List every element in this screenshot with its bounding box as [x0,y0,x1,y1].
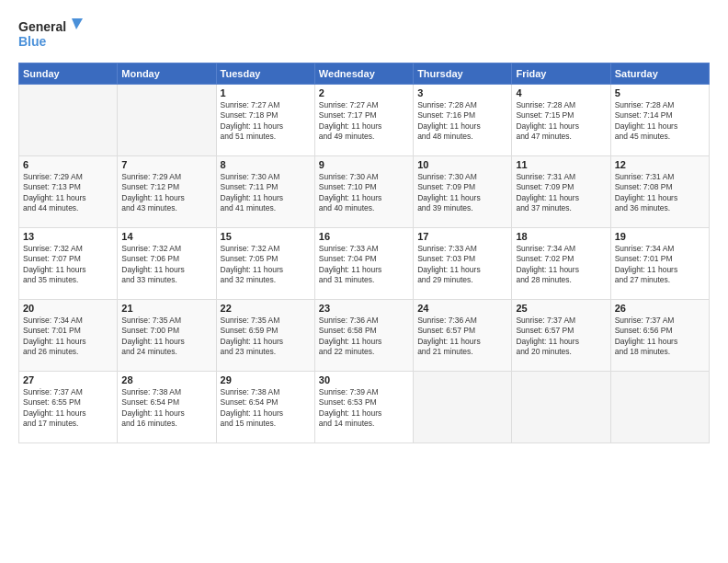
day-content: Sunrise: 7:36 AM Sunset: 6:58 PM Dayligh… [319,316,409,358]
day-number: 5 [615,87,705,98]
weekday-header: Sunday [19,63,118,85]
calendar-cell [512,372,610,443]
calendar-cell: 5Sunrise: 7:28 AM Sunset: 7:14 PM Daylig… [610,85,709,156]
day-number: 6 [23,159,113,170]
day-number: 7 [121,159,211,170]
calendar-week-row: 27Sunrise: 7:37 AM Sunset: 6:55 PM Dayli… [19,372,710,443]
calendar-cell: 25Sunrise: 7:37 AM Sunset: 6:57 PM Dayli… [512,300,610,372]
day-content: Sunrise: 7:34 AM Sunset: 7:01 PM Dayligh… [615,244,705,286]
svg-marker-2 [72,18,83,29]
calendar-cell: 30Sunrise: 7:39 AM Sunset: 6:53 PM Dayli… [314,372,413,443]
day-content: Sunrise: 7:33 AM Sunset: 7:03 PM Dayligh… [417,244,507,286]
day-number: 1 [221,87,311,98]
day-number: 8 [221,159,311,170]
calendar-cell: 10Sunrise: 7:30 AM Sunset: 7:09 PM Dayli… [414,156,512,228]
page-header: GeneralBlue [18,17,710,53]
day-number: 30 [319,374,409,385]
day-number: 27 [23,374,113,385]
day-content: Sunrise: 7:29 AM Sunset: 7:13 PM Dayligh… [23,172,113,214]
calendar-cell: 4Sunrise: 7:28 AM Sunset: 7:15 PM Daylig… [512,85,610,156]
day-content: Sunrise: 7:30 AM Sunset: 7:11 PM Dayligh… [221,172,311,214]
calendar-cell: 16Sunrise: 7:33 AM Sunset: 7:04 PM Dayli… [314,228,413,300]
weekday-header: Monday [118,63,216,85]
day-content: Sunrise: 7:35 AM Sunset: 7:00 PM Dayligh… [121,316,211,358]
calendar-cell: 3Sunrise: 7:28 AM Sunset: 7:16 PM Daylig… [414,85,512,156]
svg-text:Blue: Blue [18,34,47,49]
calendar-cell: 6Sunrise: 7:29 AM Sunset: 7:13 PM Daylig… [19,156,118,228]
weekday-header: Tuesday [216,63,314,85]
day-content: Sunrise: 7:37 AM Sunset: 6:55 PM Dayligh… [23,387,113,430]
day-number: 16 [319,231,409,242]
day-content: Sunrise: 7:37 AM Sunset: 6:56 PM Dayligh… [615,316,705,358]
calendar-cell: 12Sunrise: 7:31 AM Sunset: 7:08 PM Dayli… [610,156,709,228]
weekday-header: Saturday [610,63,709,85]
day-content: Sunrise: 7:31 AM Sunset: 7:09 PM Dayligh… [516,172,606,214]
day-content: Sunrise: 7:39 AM Sunset: 6:53 PM Dayligh… [319,387,409,430]
day-number: 26 [615,303,705,314]
day-content: Sunrise: 7:34 AM Sunset: 7:01 PM Dayligh… [23,316,113,358]
calendar-table: SundayMondayTuesdayWednesdayThursdayFrid… [18,63,710,443]
day-content: Sunrise: 7:32 AM Sunset: 7:05 PM Dayligh… [221,244,311,286]
logo-svg: GeneralBlue [18,17,92,53]
day-content: Sunrise: 7:32 AM Sunset: 7:07 PM Dayligh… [23,244,113,286]
day-content: Sunrise: 7:35 AM Sunset: 6:59 PM Dayligh… [221,316,311,358]
day-number: 21 [121,303,211,314]
day-content: Sunrise: 7:28 AM Sunset: 7:15 PM Dayligh… [516,100,606,143]
calendar-cell: 14Sunrise: 7:32 AM Sunset: 7:06 PM Dayli… [118,228,216,300]
calendar-week-row: 1Sunrise: 7:27 AM Sunset: 7:18 PM Daylig… [19,85,710,156]
day-number: 20 [23,303,113,314]
day-content: Sunrise: 7:37 AM Sunset: 6:57 PM Dayligh… [516,316,606,358]
calendar-cell: 7Sunrise: 7:29 AM Sunset: 7:12 PM Daylig… [118,156,216,228]
day-number: 9 [319,159,409,170]
calendar-cell [118,85,216,156]
calendar-cell: 19Sunrise: 7:34 AM Sunset: 7:01 PM Dayli… [610,228,709,300]
weekday-header: Thursday [414,63,512,85]
day-number: 19 [615,231,705,242]
calendar-week-row: 13Sunrise: 7:32 AM Sunset: 7:07 PM Dayli… [19,228,710,300]
day-content: Sunrise: 7:30 AM Sunset: 7:09 PM Dayligh… [417,172,507,214]
day-number: 24 [417,303,507,314]
calendar-cell [610,372,709,443]
calendar-cell: 15Sunrise: 7:32 AM Sunset: 7:05 PM Dayli… [216,228,314,300]
day-number: 15 [221,231,311,242]
day-number: 4 [516,87,606,98]
calendar-cell: 23Sunrise: 7:36 AM Sunset: 6:58 PM Dayli… [314,300,413,372]
day-content: Sunrise: 7:28 AM Sunset: 7:16 PM Dayligh… [417,100,507,143]
day-number: 23 [319,303,409,314]
calendar-cell [414,372,512,443]
day-content: Sunrise: 7:27 AM Sunset: 7:18 PM Dayligh… [221,100,311,143]
day-content: Sunrise: 7:38 AM Sunset: 6:54 PM Dayligh… [121,387,211,430]
day-number: 18 [516,231,606,242]
calendar-cell: 2Sunrise: 7:27 AM Sunset: 7:17 PM Daylig… [314,85,413,156]
day-content: Sunrise: 7:30 AM Sunset: 7:10 PM Dayligh… [319,172,409,214]
day-number: 17 [417,231,507,242]
svg-text:General: General [18,19,66,34]
calendar-cell: 29Sunrise: 7:38 AM Sunset: 6:54 PM Dayli… [216,372,314,443]
calendar-cell: 17Sunrise: 7:33 AM Sunset: 7:03 PM Dayli… [414,228,512,300]
day-number: 29 [221,374,311,385]
calendar-cell: 18Sunrise: 7:34 AM Sunset: 7:02 PM Dayli… [512,228,610,300]
calendar-cell: 9Sunrise: 7:30 AM Sunset: 7:10 PM Daylig… [314,156,413,228]
calendar-cell: 28Sunrise: 7:38 AM Sunset: 6:54 PM Dayli… [118,372,216,443]
day-number: 2 [319,87,409,98]
calendar-cell: 24Sunrise: 7:36 AM Sunset: 6:57 PM Dayli… [414,300,512,372]
calendar-cell: 21Sunrise: 7:35 AM Sunset: 7:00 PM Dayli… [118,300,216,372]
calendar-cell: 8Sunrise: 7:30 AM Sunset: 7:11 PM Daylig… [216,156,314,228]
calendar-week-row: 20Sunrise: 7:34 AM Sunset: 7:01 PM Dayli… [19,300,710,372]
day-content: Sunrise: 7:31 AM Sunset: 7:08 PM Dayligh… [615,172,705,214]
calendar-header-row: SundayMondayTuesdayWednesdayThursdayFrid… [19,63,710,85]
day-content: Sunrise: 7:28 AM Sunset: 7:14 PM Dayligh… [615,100,705,143]
calendar-cell: 20Sunrise: 7:34 AM Sunset: 7:01 PM Dayli… [19,300,118,372]
calendar-cell: 1Sunrise: 7:27 AM Sunset: 7:18 PM Daylig… [216,85,314,156]
calendar-cell: 22Sunrise: 7:35 AM Sunset: 6:59 PM Dayli… [216,300,314,372]
day-content: Sunrise: 7:27 AM Sunset: 7:17 PM Dayligh… [319,100,409,143]
day-content: Sunrise: 7:34 AM Sunset: 7:02 PM Dayligh… [516,244,606,286]
calendar-cell: 13Sunrise: 7:32 AM Sunset: 7:07 PM Dayli… [19,228,118,300]
day-number: 12 [615,159,705,170]
weekday-header: Wednesday [314,63,413,85]
calendar-cell: 11Sunrise: 7:31 AM Sunset: 7:09 PM Dayli… [512,156,610,228]
day-content: Sunrise: 7:38 AM Sunset: 6:54 PM Dayligh… [221,387,311,430]
day-content: Sunrise: 7:32 AM Sunset: 7:06 PM Dayligh… [121,244,211,286]
day-number: 11 [516,159,606,170]
day-number: 22 [221,303,311,314]
